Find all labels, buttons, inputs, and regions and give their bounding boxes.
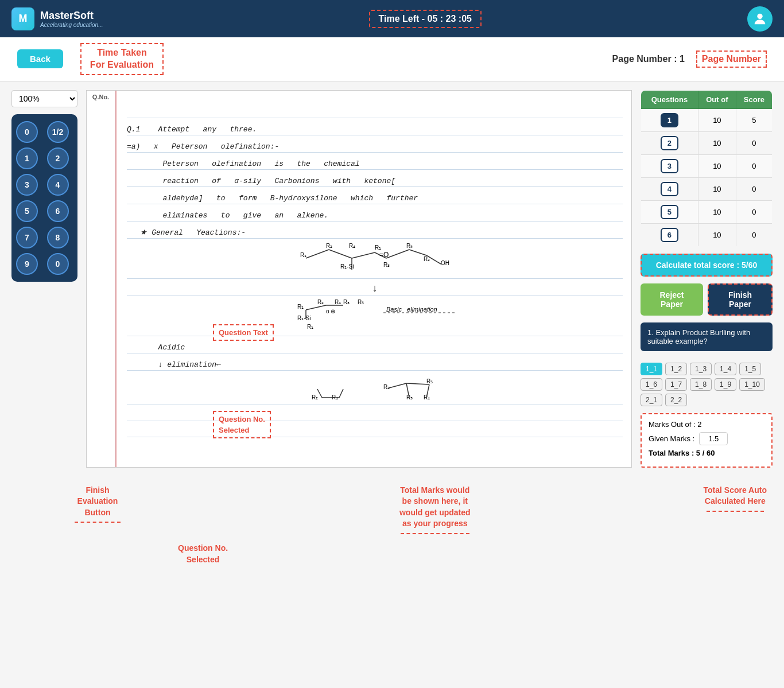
q-btn-4[interactable]: 4 [661, 182, 678, 196]
main-content: 100% 75% 125% 150% 0 1/2 1 2 3 4 5 6 7 8… [0, 81, 784, 476]
timer: Time Left - 05 : 23 :05 [369, 10, 482, 28]
svg-text:R₅: R₅ [358, 299, 364, 305]
svg-text:=O: =O [379, 251, 389, 259]
right-panel: Questions Out of Score 1 10 5 2 10 0 3 [641, 90, 773, 468]
svg-text:R₁-Si: R₁-Si [340, 263, 354, 270]
num-btn-4[interactable]: 4 [47, 174, 69, 196]
svg-line-5 [386, 250, 409, 258]
bottom-annotations: FinishEvaluationButton Total Marks would… [0, 476, 784, 540]
paper-line-elimination: ↓ elimination← [127, 353, 623, 371]
calc-score-button[interactable]: Calculate total score : 5/60 [641, 254, 773, 277]
q-btn-2[interactable]: 2 [661, 136, 678, 150]
paper-line-4: Peterson olefination is the chemical [127, 153, 623, 170]
svg-text:R₃: R₃ [383, 262, 390, 268]
svg-text:R₁: R₁ [375, 244, 381, 251]
svg-line-42 [406, 383, 429, 384]
action-buttons: Reject Paper Finish Paper [641, 283, 773, 316]
back-button[interactable]: Back [17, 49, 63, 68]
total-score-annotation: Total Score AutoCalculated Here [704, 485, 767, 534]
out-of-4: 10 [698, 177, 736, 200]
out-of-6: 10 [698, 223, 736, 246]
total-marks-row: Total Marks : 5 / 60 [649, 449, 764, 457]
sub-header: Back Time Taken For Evaluation Page Numb… [0, 37, 784, 81]
brand-name: MasterSoft [40, 10, 103, 22]
marks-out-of-row: Marks Out of : 2 [649, 420, 764, 429]
subq-1-1[interactable]: 1_1 [641, 363, 662, 375]
num-btn-8[interactable]: 8 [47, 227, 69, 248]
subq-chips: 1_1 1_2 1_3 1_4 1_5 1_6 1_7 1_8 1_9 1_10… [641, 363, 773, 406]
paper-line-empty2 [127, 421, 623, 437]
svg-text:R₂: R₂ [383, 384, 390, 390]
subq-2-1[interactable]: 2_1 [641, 394, 662, 406]
q-btn-3[interactable]: 3 [661, 159, 678, 173]
paper-line-1 [127, 102, 623, 118]
subq-1-10[interactable]: 1_10 [739, 378, 765, 391]
svg-text:R₁: R₁ [300, 252, 306, 258]
subq-2-2[interactable]: 2_2 [665, 394, 687, 406]
num-btn-5[interactable]: 5 [16, 200, 38, 222]
col-score: Score [736, 90, 772, 108]
svg-text:R₅: R₅ [426, 378, 433, 384]
question-text: 1. Explain Product Burlling with suitabl… [647, 328, 750, 345]
num-btn-7[interactable]: 7 [16, 227, 38, 248]
col-questions: Questions [641, 90, 698, 108]
question-text-annotation: Question Text [213, 324, 274, 341]
q-btn-6[interactable]: 6 [661, 228, 678, 242]
chem-structure-1: R₁ R₂ R₄ R₁-Si R₁ R₃ R₅ =O R₂ OH [127, 239, 623, 279]
num-btn-6[interactable]: 6 [47, 200, 69, 222]
reject-paper-button[interactable]: Reject Paper [641, 283, 703, 316]
q-btn-1[interactable]: 1 [661, 113, 678, 127]
lined-paper: Q.No. Q.1 Attempt any three. =a) x Peter… [87, 91, 631, 467]
score-1: 5 [736, 108, 772, 131]
zoom-select[interactable]: 100% 75% 125% 150% [11, 90, 77, 107]
out-of-1: 10 [698, 108, 736, 131]
subq-1-3[interactable]: 1_3 [690, 363, 712, 375]
num-btn-0-half[interactable]: 0 [16, 121, 38, 143]
svg-text:R₂: R₂ [312, 394, 318, 401]
answer-sheet: Q.No. Q.1 Attempt any three. =a) x Peter… [86, 90, 632, 468]
page-number-label: Page Number : 1 [612, 54, 685, 64]
svg-line-3 [352, 252, 375, 258]
chem-structure-3: R₂ R₄ R₂ R₅ R₃ R₄ [127, 371, 623, 405]
subq-1-8[interactable]: 1_8 [690, 378, 712, 391]
paper-line-2: Q.1 Attempt any three. [127, 118, 623, 135]
svg-text:R₁: R₁ [307, 324, 313, 330]
svg-text:o ⊕: o ⊕ [326, 308, 335, 314]
q-btn-5[interactable]: 5 [661, 205, 678, 219]
question-no-annotation: Question No.Selected [213, 411, 271, 438]
svg-line-36 [339, 389, 343, 398]
paper-line-acidic: Acidic [127, 336, 623, 353]
chem-structure-2: R₁ R₂ R₄ R₁-Si R₁ o ⊕ R₃ R₅ Basic elimin… [127, 296, 623, 336]
given-marks-input[interactable] [699, 432, 728, 445]
num-btn-2[interactable]: 2 [47, 147, 69, 169]
paper-line-3: =a) x Peterson olefination:- [127, 135, 623, 153]
svg-text:Basic   elimination: Basic elimination [386, 306, 437, 313]
subq-1-4[interactable]: 1_4 [715, 363, 736, 375]
subq-1-2[interactable]: 1_2 [665, 363, 687, 375]
subq-1-5[interactable]: 1_5 [739, 363, 761, 375]
svg-text:R₂: R₂ [317, 299, 324, 305]
left-panel: 100% 75% 125% 150% 0 1/2 1 2 3 4 5 6 7 8… [11, 90, 77, 468]
subq-1-6[interactable]: 1_6 [641, 378, 662, 391]
total-marks-annotation: Total Marks wouldbe shown here, itwould … [399, 485, 471, 534]
score-row-6: 6 10 0 [641, 223, 773, 246]
num-btn-0[interactable]: 0 [47, 253, 69, 275]
out-of-3: 10 [698, 154, 736, 177]
out-of-2: 10 [698, 131, 736, 154]
subq-1-7[interactable]: 1_7 [665, 378, 687, 391]
num-btn-9[interactable]: 9 [16, 253, 38, 275]
subq-1-9[interactable]: 1_9 [715, 378, 736, 391]
score-row-1: 1 10 5 [641, 108, 773, 131]
num-btn-half[interactable]: 1/2 [47, 121, 69, 143]
col-out-of: Out of [698, 90, 736, 108]
score-4: 0 [736, 177, 772, 200]
marks-out-of-label: Marks Out of : 2 [649, 420, 701, 429]
finish-paper-button[interactable]: Finish Paper [708, 283, 773, 316]
score-6: 0 [736, 223, 772, 246]
paper-line-7: eliminates to give an alkene. [127, 204, 623, 221]
svg-line-1 [306, 250, 329, 258]
num-btn-1[interactable]: 1 [16, 147, 38, 169]
marks-area: Marks Out of : 2 Given Marks : Total Mar… [641, 413, 773, 468]
num-btn-3[interactable]: 3 [16, 174, 38, 196]
header: M MasterSoft Accelerating education... T… [0, 0, 784, 37]
